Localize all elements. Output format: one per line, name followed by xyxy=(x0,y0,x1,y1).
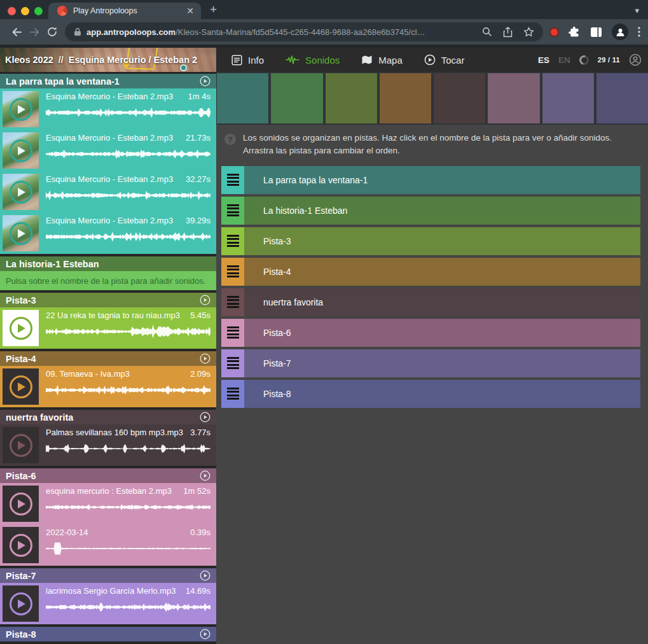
sidebar-track-header[interactable]: Pista-3 xyxy=(0,293,216,307)
sidebar-track-header[interactable]: Pista-7 xyxy=(0,568,216,583)
track-row[interactable]: Pista-8 xyxy=(221,380,640,408)
map-icon xyxy=(361,55,373,65)
clip-play-button[interactable] xyxy=(10,434,32,457)
drag-handle[interactable] xyxy=(221,349,244,377)
track-row-bar[interactable]: nuertra favorita xyxy=(244,288,640,316)
track-row-bar[interactable]: Pista-3 xyxy=(244,227,640,255)
clip-thumbnail xyxy=(3,132,39,169)
track-row-bar[interactable]: La parra tapa la ventana-1 xyxy=(244,166,640,194)
url-bar[interactable]: app.antropoloops.com/Kleos-Santa-Marina/… xyxy=(65,22,543,41)
back-button[interactable] xyxy=(8,23,25,41)
sidebar-track-header[interactable]: La historia-1 Esteban xyxy=(0,256,216,271)
track-color-swatch xyxy=(380,73,431,123)
track-row[interactable]: nuertra favorita xyxy=(221,288,640,316)
audio-clip[interactable]: esquina mercurio : Esteban 2.mp31m 52s xyxy=(0,483,216,524)
track-row[interactable]: La parra tapa la ventana-1 xyxy=(221,166,640,194)
clip-play-button[interactable] xyxy=(10,98,32,121)
fullscreen-window-button[interactable] xyxy=(34,7,43,15)
sidebar-track-header[interactable]: La parra tapa la ventana-1 xyxy=(0,74,216,88)
breadcrumb-separator: // xyxy=(59,55,64,65)
clip-waveform xyxy=(46,146,210,162)
new-tab-button[interactable]: + xyxy=(210,4,217,15)
account-icon[interactable] xyxy=(629,53,642,66)
audio-clip[interactable]: 22 Ua reka te tagnia to rau niau.mp35.45… xyxy=(0,307,216,349)
track-row-bar[interactable]: Pista-4 xyxy=(244,258,640,286)
clip-title: Esquina Mercurio - Esteban 2.mp3 xyxy=(46,92,182,101)
track-row[interactable]: Pista-4 xyxy=(221,258,640,286)
track-play-button[interactable] xyxy=(200,353,210,364)
audio-clip[interactable]: lacrimosa Sergio García Merlo.mp314.69s xyxy=(0,583,216,624)
audio-clip[interactable]: 09. Temaeva - Iva.mp32.09s xyxy=(0,366,216,407)
tab-tocar-label: Tocar xyxy=(441,55,465,66)
track-row-label: Pista-6 xyxy=(263,328,291,338)
sidebar-track-header[interactable]: Pista-6 xyxy=(0,468,216,483)
clip-play-button[interactable] xyxy=(10,592,32,615)
tab-tocar[interactable]: Tocar xyxy=(424,54,465,66)
forward-button[interactable] xyxy=(25,23,43,41)
reload-button[interactable] xyxy=(43,23,61,41)
track-play-button[interactable] xyxy=(200,470,210,481)
drag-handle[interactable] xyxy=(221,319,244,347)
track-row-label: Pista-4 xyxy=(263,267,291,277)
tab-search-chevron-icon[interactable]: ▾ xyxy=(635,6,639,15)
close-window-button[interactable] xyxy=(8,7,16,15)
extensions-puzzle-icon[interactable] xyxy=(569,26,581,38)
track-row-bar[interactable]: Pista-7 xyxy=(244,349,640,377)
lang-es-button[interactable]: ES xyxy=(538,55,549,65)
track-row-bar[interactable]: Pista-8 xyxy=(244,380,640,408)
clip-play-button[interactable] xyxy=(10,493,32,515)
sidebar-track-header[interactable]: nuertra favorita xyxy=(0,410,216,424)
track-row[interactable]: Pista-6 xyxy=(221,319,640,347)
browser-tab[interactable]: Play Antropoloops ✕ xyxy=(48,3,201,19)
clip-play-button[interactable] xyxy=(10,181,32,204)
clip-play-button[interactable] xyxy=(10,317,32,340)
recording-indicator-icon[interactable] xyxy=(549,27,559,37)
audio-clip[interactable]: Esquina Mercurio - Esteban 2.mp339.29s xyxy=(0,213,216,254)
tab-mapa[interactable]: Mapa xyxy=(361,55,403,66)
side-panel-icon[interactable] xyxy=(590,27,602,38)
browser-menu-kebab-icon[interactable] xyxy=(638,27,640,37)
clip-thumbnail xyxy=(3,427,39,463)
clip-play-button[interactable] xyxy=(10,375,32,398)
clip-play-button[interactable] xyxy=(10,139,32,162)
audio-clip[interactable]: Esquina Mercurio - Esteban 2.mp332.27s xyxy=(0,171,216,213)
clip-duration: 3.77s xyxy=(190,428,210,437)
drag-handle[interactable] xyxy=(221,380,244,408)
track-color-swatch xyxy=(434,73,485,123)
profile-avatar[interactable] xyxy=(612,24,628,40)
lang-en-button[interactable]: EN xyxy=(558,55,570,65)
track-row[interactable]: Pista-3 xyxy=(221,227,640,255)
track-row[interactable]: Pista-7 xyxy=(221,349,640,377)
drag-handle[interactable] xyxy=(221,166,244,194)
drag-handle[interactable] xyxy=(221,227,244,255)
clip-thumbnail xyxy=(3,368,39,405)
breadcrumb-project[interactable]: Kleos 2022 xyxy=(5,55,53,65)
sidebar-track-header[interactable]: Pista-8 xyxy=(0,627,216,641)
audio-clip[interactable]: 2022-03-140.39s xyxy=(0,524,216,566)
clip-duration: 1m 52s xyxy=(183,486,210,496)
minimize-window-button[interactable] xyxy=(21,7,29,15)
track-row-bar[interactable]: La historia-1 Esteban xyxy=(244,197,640,225)
track-play-button[interactable] xyxy=(200,295,210,305)
tab-info[interactable]: Info xyxy=(231,55,264,66)
track-play-button[interactable] xyxy=(200,570,210,581)
clip-play-button[interactable] xyxy=(10,222,32,245)
drag-handle[interactable] xyxy=(221,288,244,316)
share-icon[interactable] xyxy=(503,27,513,38)
clip-play-button[interactable] xyxy=(10,534,32,557)
audio-clip[interactable]: Esquina Mercurio - Esteban 2.mp321.73s xyxy=(0,130,216,171)
audio-clip[interactable]: Palmas sevillanas 160 bpm mp3.mp33.77s xyxy=(0,424,216,466)
audio-clip[interactable]: Esquina Mercurio - Esteban 2.mp31m 4s xyxy=(0,88,216,130)
zoom-icon[interactable] xyxy=(482,27,492,37)
track-play-button[interactable] xyxy=(200,629,210,640)
track-row-bar[interactable]: Pista-6 xyxy=(244,319,640,347)
sidebar-track-header[interactable]: Pista-4 xyxy=(0,351,216,366)
track-play-button[interactable] xyxy=(200,412,210,423)
drag-handle[interactable] xyxy=(221,197,244,225)
tab-close-icon[interactable]: ✕ xyxy=(184,5,196,17)
drag-handle[interactable] xyxy=(221,258,244,286)
track-row[interactable]: La historia-1 Esteban xyxy=(221,197,640,225)
bookmark-star-icon[interactable] xyxy=(523,27,534,37)
tab-sonidos[interactable]: Sonidos xyxy=(286,55,340,66)
track-play-button[interactable] xyxy=(200,76,210,87)
